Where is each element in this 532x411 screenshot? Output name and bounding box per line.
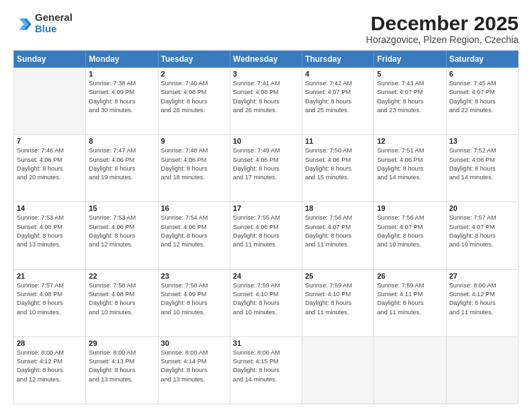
page-subtitle: Horazgovice, Plzen Region, Czechia: [366, 34, 519, 45]
day-number: 23: [161, 272, 227, 280]
title-block: December 2025 Horazgovice, Plzen Region,…: [366, 12, 519, 45]
logo-general-text: General: [35, 12, 73, 24]
day-cell: [374, 336, 446, 404]
day-info: Sunrise: 8:00 AM Sunset: 4:15 PM Dayligh…: [233, 349, 299, 384]
day-number: 30: [161, 339, 227, 347]
day-cell: 21Sunrise: 7:57 AM Sunset: 4:08 PM Dayli…: [14, 269, 86, 336]
day-cell: 1Sunrise: 7:38 AM Sunset: 4:09 PM Daylig…: [86, 68, 158, 135]
day-number: 8: [89, 137, 154, 145]
day-info: Sunrise: 7:53 AM Sunset: 4:06 PM Dayligh…: [17, 214, 83, 249]
day-info: Sunrise: 7:40 AM Sunset: 4:08 PM Dayligh…: [161, 79, 227, 115]
day-number: 16: [161, 204, 227, 212]
day-number: 9: [161, 137, 227, 145]
day-number: 29: [89, 339, 154, 347]
day-cell: 25Sunrise: 7:59 AM Sunset: 4:10 PM Dayli…: [302, 269, 374, 336]
day-cell: 23Sunrise: 7:58 AM Sunset: 4:09 PM Dayli…: [158, 269, 230, 336]
day-number: 6: [449, 70, 515, 78]
day-cell: 24Sunrise: 7:59 AM Sunset: 4:10 PM Dayli…: [230, 269, 302, 336]
weekday-wednesday: Wednesday: [230, 51, 302, 68]
day-number: 11: [305, 137, 371, 145]
day-number: 7: [17, 137, 83, 145]
day-number: 5: [377, 70, 443, 78]
weekday-monday: Monday: [86, 51, 158, 68]
page-title: December 2025: [366, 12, 519, 34]
day-cell: 6Sunrise: 7:45 AM Sunset: 4:07 PM Daylig…: [446, 68, 518, 135]
day-info: Sunrise: 7:54 AM Sunset: 4:06 PM Dayligh…: [161, 214, 227, 249]
weekday-sunday: Sunday: [14, 51, 86, 68]
day-info: Sunrise: 7:52 AM Sunset: 4:06 PM Dayligh…: [449, 146, 515, 182]
day-cell: 30Sunrise: 8:00 AM Sunset: 4:14 PM Dayli…: [158, 336, 230, 404]
day-number: 21: [17, 272, 83, 280]
day-number: 14: [17, 204, 83, 212]
day-cell: 2Sunrise: 7:40 AM Sunset: 4:08 PM Daylig…: [158, 68, 230, 135]
logo-icon: [13, 15, 32, 34]
day-number: 12: [377, 137, 443, 145]
day-info: Sunrise: 7:56 AM Sunset: 4:07 PM Dayligh…: [377, 214, 443, 249]
day-cell: [14, 68, 86, 135]
day-cell: 27Sunrise: 8:00 AM Sunset: 4:12 PM Dayli…: [446, 269, 518, 336]
week-row-1: 1Sunrise: 7:38 AM Sunset: 4:09 PM Daylig…: [14, 68, 519, 135]
day-number: 15: [89, 204, 154, 212]
day-info: Sunrise: 8:00 AM Sunset: 4:14 PM Dayligh…: [161, 349, 227, 384]
day-info: Sunrise: 7:58 AM Sunset: 4:09 PM Dayligh…: [161, 281, 227, 317]
day-info: Sunrise: 7:57 AM Sunset: 4:08 PM Dayligh…: [17, 281, 83, 317]
day-cell: 31Sunrise: 8:00 AM Sunset: 4:15 PM Dayli…: [230, 336, 302, 404]
day-info: Sunrise: 7:50 AM Sunset: 4:06 PM Dayligh…: [305, 146, 371, 182]
day-info: Sunrise: 8:00 AM Sunset: 4:13 PM Dayligh…: [89, 349, 154, 384]
day-cell: 26Sunrise: 7:59 AM Sunset: 4:11 PM Dayli…: [374, 269, 446, 336]
day-cell: 15Sunrise: 7:53 AM Sunset: 4:06 PM Dayli…: [86, 202, 158, 269]
day-cell: 22Sunrise: 7:58 AM Sunset: 4:08 PM Dayli…: [86, 269, 158, 336]
header: General Blue December 2025 Horazgovice, …: [13, 12, 519, 45]
day-cell: 10Sunrise: 7:49 AM Sunset: 4:06 PM Dayli…: [230, 135, 302, 202]
week-row-4: 21Sunrise: 7:57 AM Sunset: 4:08 PM Dayli…: [14, 269, 519, 336]
day-cell: 8Sunrise: 7:47 AM Sunset: 4:06 PM Daylig…: [86, 135, 158, 202]
day-cell: 16Sunrise: 7:54 AM Sunset: 4:06 PM Dayli…: [158, 202, 230, 269]
day-cell: 19Sunrise: 7:56 AM Sunset: 4:07 PM Dayli…: [374, 202, 446, 269]
day-number: 22: [89, 272, 154, 280]
day-info: Sunrise: 7:51 AM Sunset: 4:06 PM Dayligh…: [377, 146, 443, 182]
day-cell: 29Sunrise: 8:00 AM Sunset: 4:13 PM Dayli…: [86, 336, 158, 404]
week-row-2: 7Sunrise: 7:46 AM Sunset: 4:06 PM Daylig…: [14, 135, 519, 202]
logo-text: General Blue: [35, 12, 73, 34]
day-info: Sunrise: 7:45 AM Sunset: 4:07 PM Dayligh…: [449, 79, 515, 115]
day-info: Sunrise: 8:00 AM Sunset: 4:12 PM Dayligh…: [449, 281, 515, 317]
day-number: 31: [233, 339, 299, 347]
day-info: Sunrise: 7:56 AM Sunset: 4:07 PM Dayligh…: [305, 214, 371, 249]
day-info: Sunrise: 7:58 AM Sunset: 4:08 PM Dayligh…: [89, 281, 154, 317]
day-info: Sunrise: 7:49 AM Sunset: 4:06 PM Dayligh…: [233, 146, 299, 182]
week-row-5: 28Sunrise: 8:00 AM Sunset: 4:12 PM Dayli…: [14, 336, 519, 404]
day-cell: [446, 336, 518, 404]
day-cell: 28Sunrise: 8:00 AM Sunset: 4:12 PM Dayli…: [14, 336, 86, 404]
day-info: Sunrise: 7:59 AM Sunset: 4:11 PM Dayligh…: [377, 281, 443, 317]
day-info: Sunrise: 8:00 AM Sunset: 4:12 PM Dayligh…: [17, 349, 83, 384]
day-cell: 14Sunrise: 7:53 AM Sunset: 4:06 PM Dayli…: [14, 202, 86, 269]
day-info: Sunrise: 7:41 AM Sunset: 4:08 PM Dayligh…: [233, 79, 299, 115]
day-number: 18: [305, 204, 371, 212]
day-number: 4: [305, 70, 371, 78]
day-number: 28: [17, 339, 83, 347]
weekday-friday: Friday: [374, 51, 446, 68]
day-number: 27: [449, 272, 515, 280]
day-number: 24: [233, 272, 299, 280]
weekday-thursday: Thursday: [302, 51, 374, 68]
day-cell: [302, 336, 374, 404]
day-info: Sunrise: 7:48 AM Sunset: 4:06 PM Dayligh…: [161, 146, 227, 182]
weekday-tuesday: Tuesday: [158, 51, 230, 68]
day-cell: 20Sunrise: 7:57 AM Sunset: 4:07 PM Dayli…: [446, 202, 518, 269]
logo-blue-text: Blue: [35, 24, 73, 35]
day-cell: 5Sunrise: 7:43 AM Sunset: 4:07 PM Daylig…: [374, 68, 446, 135]
day-info: Sunrise: 7:47 AM Sunset: 4:06 PM Dayligh…: [89, 146, 154, 182]
day-number: 20: [449, 204, 515, 212]
page: General Blue December 2025 Horazgovice, …: [0, 0, 532, 411]
weekday-header-row: SundayMondayTuesdayWednesdayThursdayFrid…: [14, 51, 519, 68]
day-cell: 17Sunrise: 7:55 AM Sunset: 4:06 PM Dayli…: [230, 202, 302, 269]
day-cell: 18Sunrise: 7:56 AM Sunset: 4:07 PM Dayli…: [302, 202, 374, 269]
day-info: Sunrise: 7:59 AM Sunset: 4:10 PM Dayligh…: [233, 281, 299, 317]
day-cell: 9Sunrise: 7:48 AM Sunset: 4:06 PM Daylig…: [158, 135, 230, 202]
day-cell: 7Sunrise: 7:46 AM Sunset: 4:06 PM Daylig…: [14, 135, 86, 202]
day-number: 3: [233, 70, 299, 78]
day-number: 19: [377, 204, 443, 212]
day-number: 13: [449, 137, 515, 145]
day-cell: 11Sunrise: 7:50 AM Sunset: 4:06 PM Dayli…: [302, 135, 374, 202]
week-row-3: 14Sunrise: 7:53 AM Sunset: 4:06 PM Dayli…: [14, 202, 519, 269]
